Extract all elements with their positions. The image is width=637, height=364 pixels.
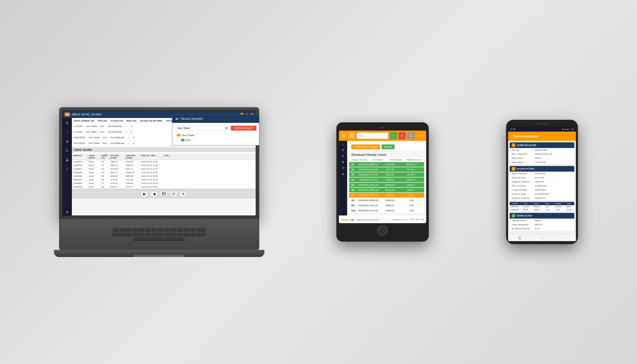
tablet-red-btn[interactable]: ✕ [398,132,406,139]
device-row[interactable]: 14050626SeresD76741.047438.9028.03.19 18… [72,182,255,185]
tablet-sidebar-icon4[interactable]: ♟ [342,160,344,164]
cancel-button[interactable]: ✕ [179,191,187,197]
laptop: bp MBUS SAYAÇ OKUMA ☰ ⌂ ⊕ ℞ [59,107,259,257]
phone-tuk-fly: Tük. Tut. B.Fly. : 0,495326 ₺/w [510,184,574,188]
phone-soguk-su: Soğuk Su Faturası : 3580,00 ₺ [510,180,574,184]
tablet-row-b6[interactable]: B623403745 25673,0026101,0096,00 ✓ [349,188,424,192]
app-content: ☰ ⌂ ⊕ ℞ ♟ ? ⚙ AİDAT DÖNEM ADI [63,118,256,215]
action-bar: ▶ ◀ 💾 ↺ ✕ [72,189,256,199]
cihaz-okuma-basla-button[interactable]: Cihaz Okuma Başlat [351,144,380,149]
sidebar-user-icon[interactable]: ♟ [64,157,70,163]
key [113,228,119,232]
tablet-gray-btn[interactable]: ⊡ [407,132,414,139]
phone-nav-home[interactable]: ○ [542,236,544,240]
key [139,228,144,232]
phone-nav-menu[interactable]: ||| [518,236,521,240]
tablet-row-b7[interactable]: B780005178 2993,003488,000,00 ↔ [349,193,424,198]
tablet-sidebar-icon3[interactable]: ☰ [342,154,344,158]
tablet-row-b10[interactable]: B1080005955 4783,005348,000,00 [349,208,424,213]
col-tuketim-durum: Tüketim Durum [405,159,422,161]
col-daire-cihaz: Daire CihazNo [351,159,368,161]
sidebar-rx-icon[interactable]: ℞ [64,148,70,154]
device-row[interactable]: 14060974SeresD17897.228790.0028.03.19 18… [72,160,255,164]
phone-sicak-su-fly: Sıcak Su B.Fly. : 60,360000 ₺/m² [510,192,574,196]
tablet-row-b1[interactable]: B180005916 9885,0012195,00547,00 ✓ [349,162,424,167]
house-icon: ⌂ [512,143,515,147]
tablet-navbar: bp ☰ Ara.. ✓ ✕ ⊡ →Çıkış [339,131,426,141]
tree-item-avci-tower[interactable]: Avcı Tower [175,133,256,138]
play-button[interactable]: ▶ [140,191,148,197]
phone-section-daire: ⌂ DAİRE BİLGİLERİ Site Adı : Atakent Sit… [510,142,574,164]
device-row[interactable]: 14050628SeresD86816.277274.3728.03.19 18… [72,185,255,189]
refresh-button[interactable]: ↺ [170,191,177,197]
th-bina: BİNA ADI [125,118,138,124]
key [184,228,189,232]
device-row[interactable]: 14060981SeresD49642.1710522.1028.03.19 1… [72,171,255,174]
tablet-search-input[interactable]: Ara.. [357,133,388,139]
popup-select-row: Avcı Tower OKUMA BAŞLAT [175,125,256,131]
device-row[interactable]: 14060982SeresD58849.879890.8528.03.19 18… [72,174,255,178]
tablet-main: Cihaz Okuma Başlat Kaydet Okunacak Cihaz… [347,141,426,215]
tablet-row-b4[interactable]: B480006423 534,001258,00291,00 ✓ [349,178,424,182]
app-sidebar: ☰ ⌂ ⊕ ℞ ♟ ? ⚙ [63,118,72,215]
phone-info-blok: Blok - Daire Adı : Atakent B blok - B2 [510,152,574,156]
phone-back-button[interactable]: ‹ [510,134,511,138]
col-ilk-endeks: İlk Endeks [369,159,386,161]
phone-sicak-su-pay: Sıcak Su Payı : 8311,84 ₺ [510,176,574,180]
td-kazan: Kzn [99,124,106,129]
back-button[interactable]: ◀ [150,191,158,197]
tablet-screen-body: ⌂ ⚙ ☰ ♟ ⊕ ☁ Cihaz Okuma Başlat Kaydet [339,141,426,215]
sidebar-settings-icon[interactable]: ⚙ [64,209,70,215]
key-space [134,237,185,241]
tablet-row-b2[interactable]: B280006468 3419,001007,00261,00 ✓ [349,167,424,172]
device-row[interactable]: 15060627SeresD63776.814153.3028.03.19 18… [72,178,255,182]
site-select[interactable]: Avcı Tower [175,125,229,131]
device-panel: CİHAZ OKUMA SERİ NO CİHAZ MARK. DAİRE AD… [72,147,256,189]
tablet: bp ☰ Ara.. ✓ ✕ ⊡ →Çıkış [336,122,429,242]
th-kazan: KAZAN ADI [109,118,125,124]
th-site: SİTE ADI [96,118,109,124]
sidebar-menu-icon[interactable]: ☰ [64,120,70,126]
save-button[interactable]: 💾 [160,191,168,197]
tablet-menu-icon[interactable]: ☰ [348,132,355,139]
key [158,228,164,232]
sidebar-globe-icon[interactable]: ⊕ [64,139,70,145]
tree-item-kzn[interactable]: Kzn [175,138,256,143]
phone-bottom-nav: ||| ○ ‹ [508,234,576,241]
laptop-body: bp MBUS SAYAÇ OKUMA ☰ ⌂ ⊕ ℞ [59,107,259,219]
tablet-sidebar-icon6[interactable]: ☁ [342,172,345,175]
laptop-keyboard [59,219,259,250]
key [197,233,206,236]
tablet-row-b5[interactable]: B523403548 33411,0034018,00183,00 ✓ [349,183,424,187]
okuma-basla-button[interactable]: OKUMA BAŞLAT [231,126,256,131]
key [184,233,190,236]
tablet-sidebar-icon1[interactable]: ⌂ [342,143,344,146]
key [126,228,131,232]
device-row[interactable]: 14060977SeresD38015.899202.7328.03.19 18… [72,167,255,171]
kaydet-button[interactable]: Kaydet [382,144,395,149]
phone-sicak-su-ort: Sıcak Su Ort.B.Fly.: 0,000000 ₺ [510,196,574,200]
tablet-green-btn[interactable]: ✓ [390,132,397,139]
th-aidat: AİDAT DÖNEM ADI [72,118,96,124]
sidebar-home-icon[interactable]: ⌂ [64,129,70,135]
tablet-footer-logo: baypay ca Sayaç Okuma Yazılımı [341,217,379,222]
tablet-row-b8[interactable]: B823403690 45899,0046446,000,00 [349,198,424,203]
td-date: 1.3.2019 [72,124,84,129]
phone-nav-back[interactable]: ‹ [564,236,565,240]
tablet-logout-btn[interactable]: →Çıkış [416,134,424,137]
key [178,233,183,236]
key [177,228,183,232]
key [171,233,177,236]
phone-camera [534,123,550,124]
tablet-row-b3[interactable]: B380006438 1973,005397,00347,00 ✓ [349,172,424,177]
device-row[interactable]: 14060630SeresD26358.226598.2928.03.19 18… [72,164,255,167]
phone-kazan-fatura: Kazan Faturası : 87845,00 ₺ [510,172,574,176]
tablet-sidebar-icon2[interactable]: ⚙ [342,149,344,152]
tablet-home-button[interactable] [377,225,388,235]
sidebar-help-icon[interactable]: ? [64,166,70,172]
key [152,233,158,236]
popup-panel: ➡ Okuma İşlemleri Avcı Tower OKUMA BAŞLA… [172,114,256,145]
tablet-row-b9[interactable]: B980005950 7914,008966,000,00 [349,203,424,208]
tablet-sidebar-icon5[interactable]: ⊕ [342,166,344,170]
phone-status-icons: ● ▲ ▲ ⌂ ⚡ [562,128,574,130]
